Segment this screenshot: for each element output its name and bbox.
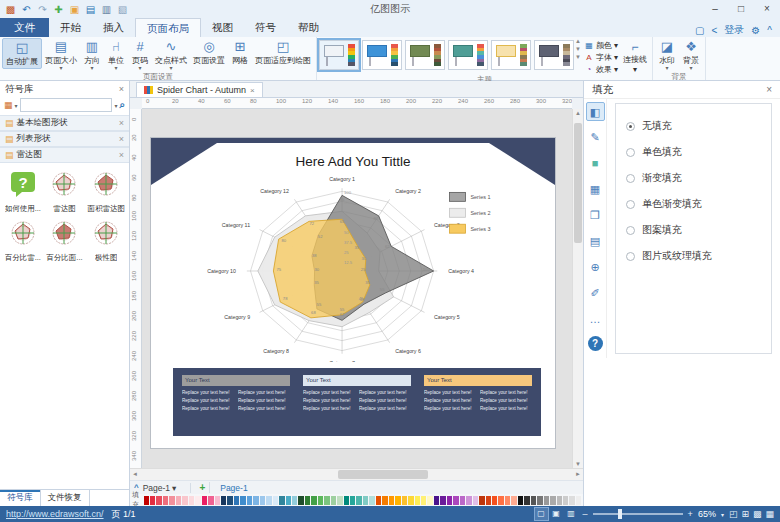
color-swatch[interactable] [369,496,374,505]
library-icon[interactable]: ▦ [4,100,13,110]
color-swatch[interactable] [266,496,271,505]
color-swatch[interactable] [402,496,407,505]
table-cell[interactable]: Replace your text here! [359,406,411,411]
color-swatch[interactable] [144,496,149,505]
ribbon-button-自动扩展[interactable]: ◱自动扩展 [2,38,42,69]
close-icon[interactable]: × [119,84,124,94]
share-icon[interactable]: < [711,25,717,36]
table-column-header[interactable]: Your Text [303,375,411,386]
color-swatch[interactable] [337,496,342,505]
ribbon-tab-插入[interactable]: 插入 [92,18,135,37]
color-swatch[interactable] [202,496,207,505]
symbol-search-input[interactable] [20,98,113,112]
ribbon-button-效果[interactable]: ◔效果▾ [584,64,618,75]
document-tab[interactable]: Spider Chart - Autumn × [136,82,263,97]
ribbon-button-颜色[interactable]: ▦颜色▾ [584,40,618,51]
color-swatch[interactable] [486,496,491,505]
ribbon-tab-开始[interactable]: 开始 [49,18,92,37]
table-cell[interactable]: Replace your text here! [424,398,476,403]
radio-icon[interactable] [626,174,635,183]
color-swatch[interactable] [350,496,355,505]
color-swatch[interactable] [311,496,316,505]
export-icon[interactable]: ▧ [116,3,129,16]
close-icon[interactable]: × [119,118,124,128]
statusbar-tool-icon-4[interactable]: ▦ [765,509,774,519]
close-icon[interactable]: × [766,84,772,95]
chevron-down-icon[interactable]: ▾ [15,102,18,109]
panel-tab-文件恢复[interactable]: 文件恢复 [41,490,90,506]
color-swatch[interactable] [189,496,194,505]
theme-thumbnail-2[interactable] [362,40,402,70]
radio-icon[interactable] [626,148,635,157]
ribbon-button-水印[interactable]: ◪水印▾ [655,38,679,72]
chevron-down-icon[interactable]: ▾ [114,102,117,109]
page[interactable]: Here Add You Tittle 12.52537.55062.57587… [150,137,556,449]
fill-option-单色渐变填充[interactable]: 单色渐变填充 [626,191,761,217]
color-swatch[interactable] [292,496,297,505]
close-button[interactable]: × [754,0,780,18]
color-swatch[interactable] [382,496,387,505]
radio-icon[interactable] [626,252,635,261]
color-swatch[interactable] [408,496,413,505]
color-swatch[interactable] [569,496,574,505]
open-icon[interactable]: ▣ [68,3,81,16]
view-mode-icon-2[interactable]: ▣ [550,508,563,520]
color-swatch[interactable] [518,496,523,505]
table-cell[interactable]: Replace your text here! [480,398,532,403]
color-swatch[interactable] [363,496,368,505]
help-icon[interactable]: ? [588,336,603,351]
color-swatch[interactable] [427,496,432,505]
table-cell[interactable]: Replace your text here! [424,390,476,395]
theme-thumbnail-6[interactable] [534,40,574,70]
table-cell[interactable]: Replace your text here! [303,390,355,395]
table-cell[interactable]: Replace your text here! [182,390,234,395]
color-swatch[interactable] [460,496,465,505]
ribbon-button-交点样式[interactable]: ∿交点样式▾ [152,38,190,72]
zoom-slider[interactable] [593,513,683,515]
minimize-button[interactable]: – [702,0,728,18]
color-swatch[interactable] [466,496,471,505]
color-swatch[interactable] [279,496,284,505]
radio-icon[interactable] [626,122,635,131]
color-swatch[interactable] [221,496,226,505]
table-cell[interactable]: Replace your text here! [359,398,411,403]
color-swatch[interactable] [240,496,245,505]
color-swatch[interactable] [576,496,581,505]
zoom-in-button[interactable]: + [688,509,693,519]
annotate-icon[interactable]: ✐ [586,284,605,303]
ribbon-button-页面设置[interactable]: ◎页面设置 [190,38,228,67]
table-cell[interactable]: Replace your text here! [303,398,355,403]
statusbar-tool-icon-1[interactable]: ◰ [729,509,738,519]
theme-thumbnail-4[interactable] [448,40,488,70]
table-cell[interactable]: Replace your text here! [238,390,290,395]
color-swatch[interactable] [479,496,484,505]
table-column-3[interactable]: Your TextReplace your text here!Replace … [424,375,532,429]
login-button[interactable]: 登录 [724,23,744,37]
color-swatch[interactable] [537,496,542,505]
color-swatch[interactable] [511,496,516,505]
color-swatch[interactable] [395,496,400,505]
scrollbar-thumb[interactable] [338,470,428,479]
symbol-section-列表形状[interactable]: ▤列表形状× [0,131,129,147]
app-icon[interactable]: ▩ [4,3,17,16]
color-swatch[interactable] [253,496,258,505]
symbol-section-基本绘图形状[interactable]: ▤基本绘图形状× [0,115,129,131]
color-swatch[interactable] [453,496,458,505]
maximize-button[interactable]: □ [728,0,754,18]
table-column-header[interactable]: Your Text [424,375,532,386]
color-swatch[interactable] [524,496,529,505]
color-swatch[interactable] [440,496,445,505]
image-icon[interactable]: ▦ [586,180,605,199]
color-swatch[interactable] [344,496,349,505]
edrawsoft-link[interactable]: http://www.edrawsoft.cn/ [6,509,104,519]
ribbon-tab-文件[interactable]: 文件 [0,18,49,37]
table-cell[interactable]: Replace your text here! [359,390,411,395]
fill-option-渐变填充[interactable]: 渐变填充 [626,165,761,191]
zoom-slider-thumb[interactable] [618,509,622,519]
color-swatch[interactable] [318,496,323,505]
table-cell[interactable]: Replace your text here! [238,398,290,403]
color-swatch[interactable] [557,496,562,505]
color-swatch[interactable] [389,496,394,505]
symbol-section-雷达图[interactable]: ▤雷达图× [0,147,129,163]
fill-option-图片或纹理填充[interactable]: 图片或纹理填充 [626,243,761,269]
